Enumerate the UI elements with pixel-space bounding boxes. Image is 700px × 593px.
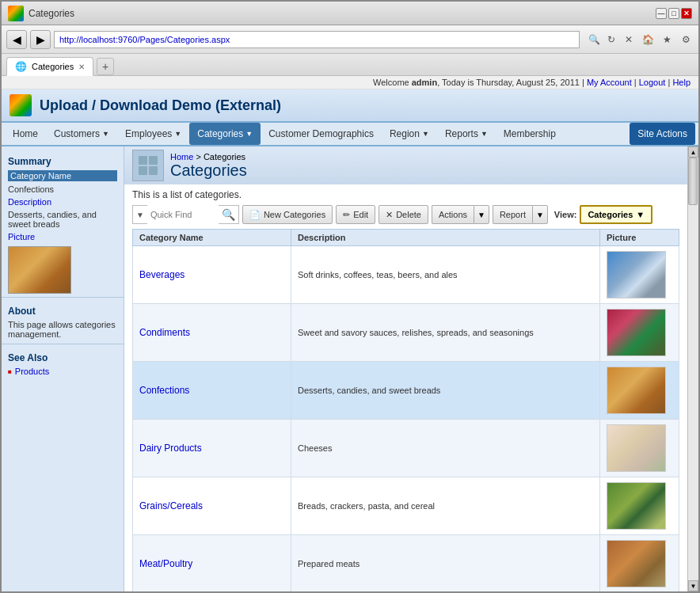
stop-icon[interactable]: ✕ (621, 31, 637, 48)
logout-link[interactable]: Logout (639, 78, 666, 87)
forward-button[interactable]: ▶ (30, 30, 51, 49)
new-categories-button[interactable]: 📄 New Categories (242, 205, 333, 224)
actions-main-button[interactable]: Actions (432, 205, 474, 224)
category-picture (607, 309, 666, 356)
view-button[interactable]: Categories ▼ (580, 205, 652, 224)
sidebar-picture-link[interactable]: Picture (2, 230, 124, 243)
browser-tab[interactable]: 🌐 Categories ✕ (6, 57, 93, 76)
view-label: View: (554, 210, 577, 219)
scroll-up-arrow[interactable]: ▲ (688, 146, 698, 158)
cell-category-name: Confections (133, 362, 291, 420)
category-link[interactable]: Meat/Poultry (139, 558, 192, 569)
quickfind-search-icon[interactable]: 🔍 (222, 208, 235, 221)
nav-item-membership[interactable]: Membership (496, 123, 564, 145)
tab-close-button[interactable]: ✕ (78, 63, 85, 71)
welcome-text: Welcome (373, 78, 412, 87)
table-row: Meat/PoultryPrepared meats (133, 535, 679, 592)
nav-item-employees[interactable]: Employees ▼ (117, 123, 189, 145)
nav-item-customer-demographics[interactable]: Customer Demographics (261, 123, 382, 145)
delete-button[interactable]: ✕ Delete (379, 205, 428, 224)
sidebar-description-label[interactable]: Description (8, 197, 51, 207)
refresh-icon[interactable]: ↻ (603, 31, 619, 48)
sidebar-picture-label[interactable]: Picture (8, 232, 35, 241)
page-icon (132, 150, 164, 181)
address-bar[interactable] (54, 31, 580, 48)
scroll-down-arrow[interactable]: ▼ (688, 580, 698, 591)
actions-label: Actions (439, 210, 467, 219)
edit-icon: ✏ (343, 210, 350, 220)
list-description: This is a list of categories. (132, 189, 679, 200)
quickfind-dropdown-icon[interactable]: ▼ (136, 211, 144, 219)
category-link[interactable]: Confections (139, 385, 189, 396)
breadcrumb-sep: > (196, 152, 200, 162)
help-link[interactable]: Help (672, 78, 690, 87)
sidebar-see-also-products[interactable]: Products (8, 367, 117, 376)
list-area: This is a list of categories. ▼ 🔍 📄 New … (124, 184, 687, 591)
sidebar-about-title: About (2, 301, 124, 318)
region-arrow: ▼ (422, 130, 429, 138)
scroll-thumb[interactable] (688, 158, 698, 205)
actions-dropdown-button[interactable]: ▼ (474, 205, 489, 224)
cell-category-name: Grains/Cereals (133, 477, 291, 535)
sidebar-category-name-link[interactable]: Category Name (2, 169, 124, 183)
app-header: Upload / Download Demo (External) (2, 89, 698, 123)
category-picture (607, 424, 666, 472)
quickfind-input[interactable] (147, 205, 219, 224)
favorites-icon[interactable]: ★ (659, 31, 675, 48)
categories-arrow: ▼ (245, 130, 253, 138)
sidebar-description-link[interactable]: Description (2, 196, 124, 208)
breadcrumb-home[interactable]: Home (170, 152, 193, 162)
col-header-description: Description (291, 230, 600, 246)
table-row: CondimentsSweet and savory sauces, relis… (133, 304, 679, 362)
main-layout: Summary Category Name Confections Descri… (2, 146, 698, 591)
nav-item-region[interactable]: Region ▼ (382, 123, 437, 145)
category-link[interactable]: Dairy Products (139, 443, 202, 454)
back-button[interactable]: ◀ (6, 30, 27, 49)
sidebar-divider-1 (2, 297, 124, 298)
categories-table: Category Name Description Picture Bevera… (132, 229, 679, 591)
sidebar: Summary Category Name Confections Descri… (2, 146, 124, 591)
customers-arrow: ▼ (102, 130, 109, 138)
minimize-button[interactable]: — (656, 8, 667, 19)
tab-label: Categories (32, 62, 74, 71)
nav-item-home[interactable]: Home (5, 123, 46, 145)
cell-picture (600, 246, 679, 304)
nav-item-customers[interactable]: Customers ▼ (46, 123, 117, 145)
table-row: ConfectionsDesserts, candies, and sweet … (133, 362, 679, 420)
edit-button[interactable]: ✏ Edit (336, 205, 375, 224)
page-content: Welcome admin, Today is Thursday, August… (2, 76, 698, 591)
app-logo (10, 94, 32, 116)
close-button[interactable]: ✕ (681, 8, 692, 19)
col-header-category-name: Category Name (133, 230, 291, 246)
nav-item-categories[interactable]: Categories ▼ (189, 123, 261, 145)
category-link[interactable]: Grains/Cereals (139, 500, 203, 511)
nav-item-site-actions[interactable]: Site Actions (630, 123, 695, 145)
home-icon[interactable]: 🏠 (640, 31, 656, 48)
report-dropdown-button[interactable]: ▼ (532, 205, 548, 224)
settings-icon[interactable]: ⚙ (678, 31, 694, 48)
nav-item-reports[interactable]: Reports ▼ (437, 123, 496, 145)
col-header-picture: Picture (600, 230, 679, 246)
report-main-button[interactable]: Report (493, 205, 532, 224)
categories-icon-svg (137, 154, 159, 177)
category-link[interactable]: Condiments (139, 327, 190, 338)
reports-arrow: ▼ (481, 130, 488, 138)
toolbar: ▼ 🔍 📄 New Categories ✏ Edit (132, 205, 679, 224)
cell-picture (600, 420, 679, 477)
sidebar-products-link[interactable]: Products (15, 367, 49, 376)
my-account-link[interactable]: My Account (587, 78, 632, 87)
cell-description: Soft drinks, coffees, teas, beers, and a… (291, 246, 600, 304)
category-link[interactable]: Beverages (139, 269, 185, 280)
category-picture (607, 367, 666, 414)
quickfind-container: ▼ 🔍 (132, 205, 239, 224)
new-tab-button[interactable]: + (97, 58, 114, 75)
new-categories-icon: 📄 (249, 210, 261, 220)
window-controls: — □ ✕ (656, 8, 692, 19)
scroll-track[interactable] (688, 158, 698, 580)
sidebar-summary-title: Summary (2, 151, 124, 169)
sidebar-category-name-label[interactable]: Category Name (8, 170, 117, 181)
edit-label: Edit (353, 210, 368, 219)
search-icon[interactable]: 🔍 (586, 31, 602, 48)
scrollbar[interactable]: ▲ ▼ (687, 146, 698, 591)
maximize-button[interactable]: □ (668, 8, 679, 19)
